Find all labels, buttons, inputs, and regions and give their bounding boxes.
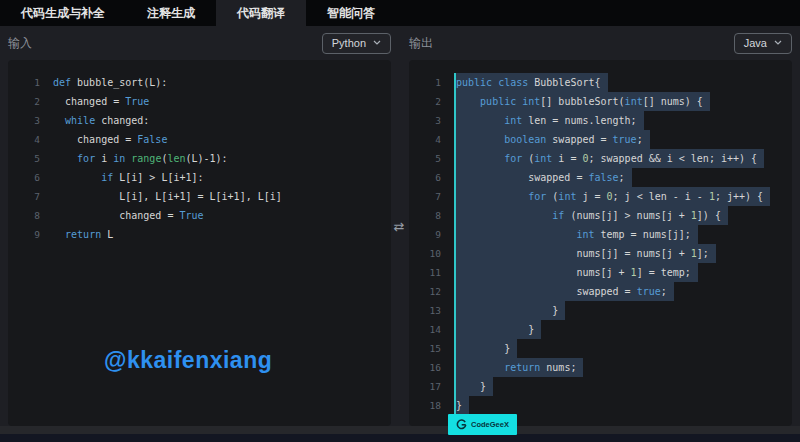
tab-code-generation[interactable]: 代码生成与补全: [0, 0, 126, 26]
output-label: 输出: [409, 35, 433, 52]
code-line: 1def bubble_sort(L):: [18, 73, 391, 92]
line-number: 9: [419, 225, 441, 244]
code-text: nums[j] = nums[j + 1];: [456, 244, 716, 263]
code-text: }: [456, 396, 469, 415]
code-line: 12 swapped = true;: [419, 282, 792, 301]
code-line: 5 for (int i = 0; swapped && i < len; i+…: [419, 149, 792, 168]
code-text: for (int i = 0; swapped && i < len; i++)…: [456, 149, 764, 168]
code-line: 11 nums[j + 1] = temp;: [419, 263, 792, 282]
code-text: return nums;: [456, 358, 583, 377]
line-number: 5: [419, 149, 441, 168]
output-language-value: Java: [744, 37, 767, 49]
code-text: }: [456, 377, 493, 396]
code-line: 3 int len = nums.length;: [419, 111, 792, 130]
code-text: while changed:: [53, 111, 149, 130]
code-text: public class BubbleSort{: [456, 73, 608, 92]
code-line: 2 changed = True: [18, 92, 391, 111]
code-text: L[i], L[i+1] = L[i+1], L[i]: [53, 187, 282, 206]
input-language-value: Python: [332, 37, 366, 49]
output-editor[interactable]: 1public class BubbleSort{2 public int[] …: [409, 60, 792, 426]
line-number: 7: [419, 187, 441, 206]
code-text: def bubble_sort(L):: [53, 73, 167, 92]
line-number: 6: [18, 168, 40, 187]
code-text: for i in range(len(L)-1):: [53, 149, 228, 168]
line-number: 18: [419, 396, 441, 415]
code-text: changed = False: [53, 130, 167, 149]
footer-strip: [0, 426, 800, 434]
code-text: if (nums[j] > nums[j + 1]) {: [456, 206, 728, 225]
code-text: swapped = true;: [456, 282, 674, 301]
output-column: 输出 Java 1public class BubbleSort{2 publi…: [409, 26, 792, 426]
line-number: 17: [419, 377, 441, 396]
line-number: 5: [18, 149, 40, 168]
chevron-down-icon: [774, 40, 782, 45]
output-code-lines: 1public class BubbleSort{2 public int[] …: [419, 73, 792, 415]
input-code-lines: 1def bubble_sort(L):2 changed = True3 wh…: [18, 73, 391, 244]
code-line: 8 if (nums[j] > nums[j + 1]) {: [419, 206, 792, 225]
input-header: 输入 Python: [8, 26, 391, 60]
code-text: nums[j + 1] = temp;: [456, 263, 698, 282]
code-line: 8 changed = True: [18, 206, 391, 225]
code-line: 7 for (int j = 0; j < len - i - 1; j++) …: [419, 187, 792, 206]
line-number: 9: [18, 225, 40, 244]
code-text: changed = True: [53, 206, 204, 225]
tab-bar: 代码生成与补全 注释生成 代码翻译 智能问答: [0, 0, 800, 26]
code-text: int temp = nums[j];: [456, 225, 698, 244]
input-language-select[interactable]: Python: [322, 33, 391, 54]
tab-comment-generation[interactable]: 注释生成: [126, 0, 216, 26]
code-text: int len = nums.length;: [456, 111, 644, 130]
code-text: return L: [53, 225, 113, 244]
code-line: 5 for i in range(len(L)-1):: [18, 149, 391, 168]
line-number: 14: [419, 320, 441, 339]
code-line: 14 }: [419, 320, 792, 339]
code-line: 4 changed = False: [18, 130, 391, 149]
code-text: swapped = false;: [456, 168, 632, 187]
output-header: 输出 Java: [409, 26, 792, 60]
line-number: 11: [419, 263, 441, 282]
codegeex-logo-icon: [456, 419, 467, 430]
line-number: 8: [18, 206, 40, 225]
codegeex-badge[interactable]: CodeGeeX: [448, 414, 517, 435]
line-number: 2: [419, 92, 441, 111]
code-text: if L[i] > L[i+1]:: [53, 168, 204, 187]
line-number: 4: [18, 130, 40, 149]
code-line: 17 }: [419, 377, 792, 396]
code-text: for (int j = 0; j < len - i - 1; j++) {: [456, 187, 770, 206]
code-line: 15 }: [419, 339, 792, 358]
line-number: 10: [419, 244, 441, 263]
line-number: 8: [419, 206, 441, 225]
input-label: 输入: [8, 35, 32, 52]
line-number: 3: [419, 111, 441, 130]
code-text: public int[] bubbleSort(int[] nums) {: [456, 92, 710, 111]
line-number: 7: [18, 187, 40, 206]
code-line: 10 nums[j] = nums[j + 1];: [419, 244, 792, 263]
code-line: 6 if L[i] > L[i+1]:: [18, 168, 391, 187]
codegeex-badge-label: CodeGeeX: [471, 420, 509, 429]
code-line: 16 return nums;: [419, 358, 792, 377]
code-line: 2 public int[] bubbleSort(int[] nums) {: [419, 92, 792, 111]
watermark: @kkaifenxiang: [104, 347, 272, 374]
code-line: 1public class BubbleSort{: [419, 73, 792, 92]
line-number: 16: [419, 358, 441, 377]
swap-languages-icon[interactable]: ⇄: [390, 218, 408, 236]
line-number: 4: [419, 130, 441, 149]
line-number: 15: [419, 339, 441, 358]
code-text: changed = True: [53, 92, 149, 111]
code-line: 13 }: [419, 301, 792, 320]
footer: [0, 426, 800, 442]
chevron-down-icon: [373, 40, 381, 45]
code-line: 9 int temp = nums[j];: [419, 225, 792, 244]
code-text: boolean swapped = true;: [456, 130, 650, 149]
code-text: }: [456, 339, 517, 358]
code-text: }: [456, 320, 541, 339]
code-line: 3 while changed:: [18, 111, 391, 130]
line-number: 1: [419, 73, 441, 92]
output-language-select[interactable]: Java: [734, 33, 792, 54]
line-number: 6: [419, 168, 441, 187]
code-line: 4 boolean swapped = true;: [419, 130, 792, 149]
line-number: 13: [419, 301, 441, 320]
tab-smart-qa[interactable]: 智能问答: [306, 0, 396, 26]
code-text: }: [456, 301, 565, 320]
footer-bottom-bar: [0, 434, 800, 442]
code-line: 9 return L: [18, 225, 391, 244]
